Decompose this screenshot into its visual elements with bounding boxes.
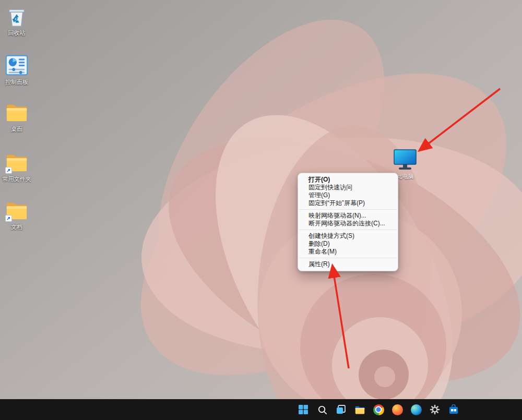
menu-item-create-shortcut[interactable]: 创建快捷方式(S) xyxy=(298,232,398,240)
desktop-icon-desktop-folder[interactable]: 桌面 xyxy=(0,100,33,133)
menu-item-disconnect-network-drive[interactable]: 断开网络驱动器的连接(C)... xyxy=(298,220,398,227)
menu-item-properties[interactable]: 属性(R) xyxy=(298,260,398,268)
taskbar xyxy=(0,399,522,420)
firefox-button[interactable] xyxy=(390,403,404,416)
desktop-icon-control-panel[interactable]: 控制面板 xyxy=(0,53,33,86)
folder-shortcut-icon xyxy=(5,198,29,222)
menu-item-manage[interactable]: 管理(G) xyxy=(298,191,398,199)
task-view-icon xyxy=(336,404,346,415)
start-button[interactable] xyxy=(296,403,310,416)
wallpaper-bloom xyxy=(0,0,522,420)
shortcut-arrow-badge xyxy=(5,215,12,222)
taskbar-icon-group xyxy=(296,399,460,420)
folder-icon xyxy=(5,100,29,124)
edge-icon xyxy=(411,404,422,415)
chrome-button[interactable] xyxy=(372,403,385,416)
desktop-icon-common-folder[interactable]: 常用文件夹 xyxy=(0,150,33,183)
desktop-icon-label: 文档 xyxy=(11,224,22,231)
store-icon xyxy=(448,404,459,415)
folder-shortcut-icon xyxy=(5,150,29,174)
desktop-icon-label: 桌面 xyxy=(11,126,22,133)
this-pc-label: 此电脑 xyxy=(397,173,414,181)
desktop-icon-label: 回收站 xyxy=(8,30,26,37)
menu-separator xyxy=(299,209,397,210)
firefox-icon xyxy=(392,404,403,415)
windows-logo-icon xyxy=(298,404,309,415)
menu-item-pin-quick-access[interactable]: 固定到快速访问 xyxy=(298,184,398,191)
desktop-icon-label: 控制面板 xyxy=(5,79,28,86)
menu-item-pin-start[interactable]: 固定到“开始”屏幕(P) xyxy=(298,199,398,207)
search-button[interactable] xyxy=(315,403,329,416)
this-pc-monitor-icon xyxy=(392,148,419,172)
menu-separator xyxy=(299,230,397,230)
file-explorer-icon xyxy=(354,404,365,415)
shortcut-arrow-badge xyxy=(5,167,12,174)
context-menu: 打开(O) 固定到快速访问 管理(G) 固定到“开始”屏幕(P) 映射网络驱动器… xyxy=(298,173,398,271)
file-explorer-button[interactable] xyxy=(353,403,366,416)
windows-desktop: 回收站 控制面板 桌面 xyxy=(0,0,522,420)
search-icon xyxy=(317,405,327,415)
chrome-icon xyxy=(373,404,384,415)
desktop-icon-documents[interactable]: 文档 xyxy=(0,198,33,231)
menu-separator xyxy=(299,258,397,258)
menu-item-map-network-drive[interactable]: 映射网络驱动器(N)... xyxy=(298,212,398,220)
edge-button[interactable] xyxy=(409,403,423,416)
recycle-bin-icon xyxy=(5,4,29,28)
settings-gear-icon xyxy=(430,404,440,415)
task-view-button[interactable] xyxy=(334,403,348,416)
store-button[interactable] xyxy=(447,403,460,416)
control-panel-icon xyxy=(5,53,29,77)
desktop-icon-recycle-bin[interactable]: 回收站 xyxy=(0,4,33,37)
menu-item-rename[interactable]: 重命名(M) xyxy=(298,248,398,256)
settings-button[interactable] xyxy=(428,403,442,416)
menu-item-delete[interactable]: 删除(D) xyxy=(298,240,398,248)
desktop-icon-label: 常用文件夹 xyxy=(3,176,31,183)
menu-item-open[interactable]: 打开(O) xyxy=(298,176,398,184)
